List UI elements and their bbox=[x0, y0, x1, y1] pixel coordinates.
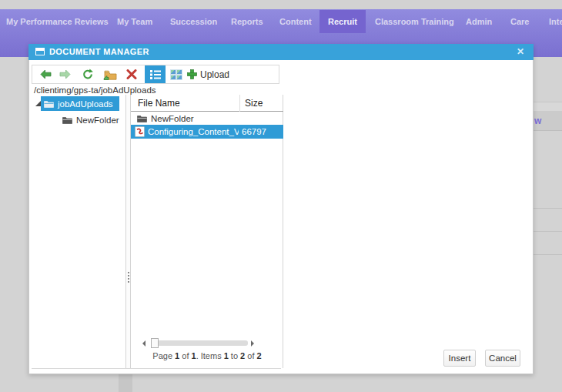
forward-arrow-icon bbox=[59, 69, 71, 79]
list-view-button[interactable] bbox=[145, 65, 166, 83]
tree-node-jobaduploads: jobAdUploads bbox=[32, 96, 125, 111]
back-button[interactable] bbox=[40, 65, 52, 83]
nav-tab-my-performance-reviews[interactable]: My Performance Reviews bbox=[6, 10, 109, 33]
browser-chrome-strip bbox=[0, 0, 562, 9]
scroll-left-icon[interactable] bbox=[142, 340, 146, 347]
new-folder-icon bbox=[103, 69, 117, 80]
pane-splitter[interactable] bbox=[125, 95, 131, 368]
file-row-selected-pdf[interactable]: Configuring_Content_Vendo 66797 bbox=[131, 125, 283, 139]
pager-status: Page 1 of 1. Items 1 to 2 of 2 bbox=[131, 351, 283, 360]
new-folder-button[interactable] bbox=[103, 65, 117, 83]
cancel-button[interactable]: Cancel bbox=[485, 350, 520, 367]
nav-tab-recruit[interactable]: Recruit bbox=[319, 10, 366, 33]
background-scroll-band bbox=[119, 374, 132, 392]
splitter-grip-icon bbox=[128, 272, 129, 283]
document-manager-dialog: DOCUMENT MANAGER ✕ bbox=[28, 44, 534, 374]
nav-tab-classroom-training[interactable]: Classroom Training bbox=[375, 10, 454, 33]
nav-tab-succession[interactable]: Succession bbox=[170, 10, 217, 33]
upload-button[interactable]: Upload bbox=[187, 65, 229, 83]
window-icon bbox=[35, 48, 45, 55]
nav-tab-content[interactable]: Content bbox=[279, 10, 312, 33]
thumbnails-view-button[interactable] bbox=[171, 65, 182, 83]
nav-tab-admin[interactable]: Admin bbox=[466, 10, 492, 33]
nav-tab-care[interactable]: Care bbox=[510, 10, 529, 33]
thumbnails-view-icon bbox=[171, 70, 182, 79]
insert-button[interactable]: Insert bbox=[443, 350, 476, 367]
column-header-size[interactable]: Size bbox=[245, 95, 263, 112]
upload-label: Upload bbox=[200, 69, 229, 80]
pdf-file-icon bbox=[135, 126, 145, 137]
tree-node-label: NewFolder bbox=[76, 116, 119, 125]
refresh-icon bbox=[82, 69, 94, 80]
dialog-title: DOCUMENT MANAGER bbox=[49, 44, 149, 60]
folder-icon bbox=[62, 116, 72, 124]
file-list: File Name Size NewFolder bbox=[131, 95, 283, 368]
horizontal-scrollbar bbox=[131, 338, 283, 350]
tree-node-selected[interactable]: jobAdUploads bbox=[41, 96, 119, 111]
column-header-file-name[interactable]: File Name bbox=[138, 95, 180, 112]
delete-x-icon bbox=[126, 69, 137, 79]
file-toolbar: Upload bbox=[32, 65, 279, 84]
scrollbar-track[interactable] bbox=[151, 340, 248, 346]
file-name: Configuring_Content_Vendo bbox=[148, 127, 239, 136]
nav-tab-my-team[interactable]: My Team bbox=[117, 10, 152, 33]
tree-node-label: jobAdUploads bbox=[58, 99, 113, 109]
column-divider bbox=[239, 95, 240, 112]
file-name: NewFolder bbox=[151, 114, 194, 123]
folder-icon bbox=[137, 115, 147, 122]
screen: My Performance Reviews My Team Successio… bbox=[0, 0, 562, 392]
file-row-newfolder[interactable]: NewFolder bbox=[131, 112, 283, 125]
file-size: 66797 bbox=[242, 127, 266, 136]
dialog-titlebar[interactable]: DOCUMENT MANAGER ✕ bbox=[28, 44, 534, 60]
file-list-header: File Name Size bbox=[131, 95, 283, 112]
plus-icon bbox=[187, 69, 197, 79]
refresh-button[interactable] bbox=[82, 65, 94, 83]
current-path: /clientimg/gps-ta/jobAdUploads bbox=[34, 85, 156, 95]
scrollbar-thumb[interactable] bbox=[151, 338, 159, 348]
forward-button[interactable] bbox=[59, 65, 71, 83]
folder-tree: jobAdUploads NewFolder bbox=[32, 95, 125, 368]
list-view-icon bbox=[150, 70, 161, 79]
delete-button[interactable] bbox=[126, 65, 137, 83]
back-arrow-icon bbox=[40, 69, 52, 79]
background-partial-link[interactable]: w bbox=[534, 116, 541, 126]
nav-tab-inte-clipped[interactable]: Inte bbox=[549, 10, 562, 33]
browser-panels: jobAdUploads NewFolder File Name bbox=[32, 95, 281, 369]
close-icon[interactable]: ✕ bbox=[517, 44, 524, 60]
tree-node-newfolder[interactable]: NewFolder bbox=[62, 113, 119, 127]
scroll-right-icon[interactable] bbox=[251, 340, 254, 347]
nav-tab-reports[interactable]: Reports bbox=[231, 10, 263, 33]
folder-icon bbox=[44, 100, 54, 108]
